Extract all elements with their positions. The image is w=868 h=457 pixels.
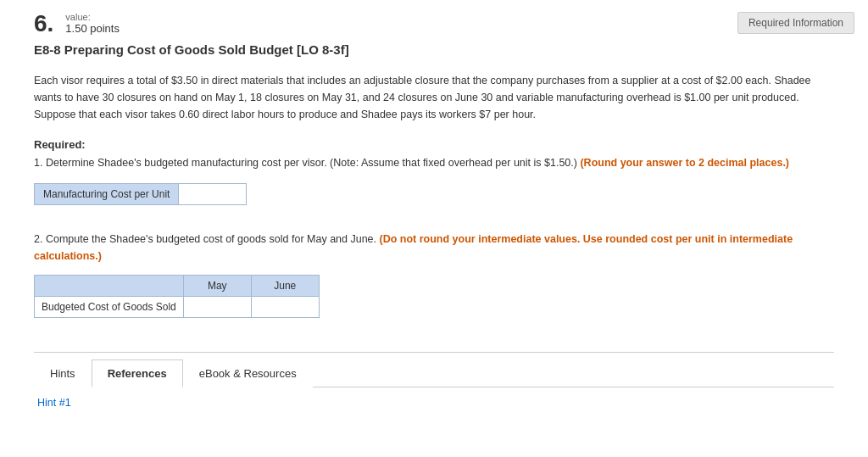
required-label: Required: [34, 138, 834, 151]
june-input-cell[interactable] [251, 297, 319, 318]
question-number: 6. [34, 12, 53, 36]
cogs-table: May June Budgeted Cost of Goods Sold [34, 275, 320, 318]
manufacturing-cost-row: Manufacturing Cost per Unit [34, 183, 834, 205]
june-cogs-input[interactable] [252, 297, 319, 317]
page-wrapper: 6. value: 1.50 points Required Informati… [0, 0, 868, 457]
tab-hints[interactable]: Hints [34, 359, 92, 387]
content-area: E8-8 Preparing Cost of Goods Sold Budget… [0, 42, 868, 426]
tab-references[interactable]: References [92, 359, 183, 387]
may-input-cell[interactable] [183, 297, 251, 318]
value-label: value: [65, 12, 120, 22]
section-2-text: 2. Compute the Shadee's budgeted cost of… [34, 231, 834, 265]
exercise-title: E8-8 Preparing Cost of Goods Sold Budget… [34, 42, 834, 57]
question-header-left: 6. value: 1.50 points [34, 12, 120, 36]
row-label-cogs: Budgeted Cost of Goods Sold [35, 297, 184, 318]
required-1-text: 1. Determine Shadee's budgeted manufactu… [34, 157, 577, 169]
required-2-text: 2. Compute the Shadee's budgeted cost of… [34, 233, 376, 245]
tabs-row: Hints References eBook & Resources [34, 359, 834, 387]
required-item-1: 1. Determine Shadee's budgeted manufactu… [34, 154, 834, 171]
value-info: value: 1.50 points [65, 12, 120, 35]
tabs-area: Hints References eBook & Resources Hint … [34, 352, 834, 409]
hints-content: Hint #1 [34, 396, 834, 409]
col-header-may: May [183, 276, 251, 297]
required-information-button[interactable]: Required Information [737, 12, 854, 34]
required-1-orange: (Round your answer to 2 decimal places.) [580, 157, 789, 169]
value-points: 1.50 points [65, 22, 120, 35]
top-bar: 6. value: 1.50 points Required Informati… [0, 0, 868, 42]
col-header-label [35, 276, 184, 297]
manufacturing-cost-label: Manufacturing Cost per Unit [34, 183, 179, 205]
hint-1-link[interactable]: Hint #1 [34, 397, 71, 409]
tab-ebook-resources[interactable]: eBook & Resources [183, 359, 313, 387]
problem-text: Each visor requires a total of $3.50 in … [34, 72, 834, 123]
col-header-june: June [251, 276, 319, 297]
manufacturing-cost-input[interactable] [179, 183, 247, 205]
may-cogs-input[interactable] [184, 297, 251, 317]
table-row: Budgeted Cost of Goods Sold [35, 297, 320, 318]
cogs-table-container: May June Budgeted Cost of Goods Sold [34, 275, 834, 318]
